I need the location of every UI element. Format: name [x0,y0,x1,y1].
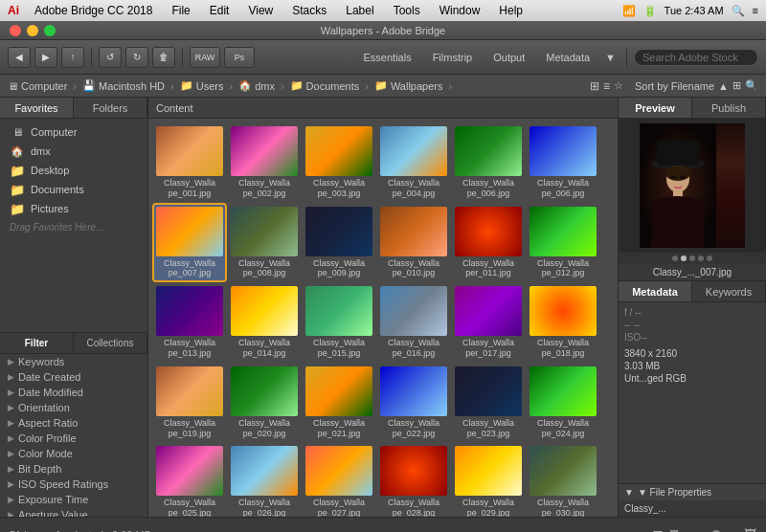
rotate-left-button[interactable]: ↺ [99,47,122,68]
control-center-icon[interactable]: ≡ [753,5,758,16]
back-button[interactable]: ◀ [8,47,31,68]
thumbnail-item[interactable]: Classy_Wallape_028.jpg [378,444,449,517]
thumbnail-item[interactable]: Classy_Wallape_006.jpg [453,124,524,201]
menu-window[interactable]: Window [436,4,484,17]
thumbnail-item[interactable]: Classy_Wallaper_017.jpg [453,284,524,361]
filter-aspect-ratio[interactable]: ▶ Aspect Ratio [0,415,147,431]
filter-keywords[interactable]: ▶ Keywords [0,354,147,369]
workspace-tab-filmstrip[interactable]: Filmstrip [423,49,483,66]
breadcrumb-item-computer[interactable]: 🖥 Computer [8,80,67,92]
breadcrumb-item-wallpapers[interactable]: 📁 Wallpapers [374,79,443,92]
up-button[interactable]: ↑ [61,47,84,68]
breadcrumb-item-hd[interactable]: 💾 Macintosh HD [82,79,165,92]
menu-tools[interactable]: Tools [390,4,424,17]
close-button[interactable] [10,25,21,36]
thumbnail-item[interactable]: Classy_Wallape_007.jpg [154,205,225,281]
filter-date-modified[interactable]: ▶ Date Modified [0,385,147,400]
tab-preview[interactable]: Preview [619,98,692,118]
thumbnail-item[interactable]: Classy_Wallape_015.jpg [304,284,374,361]
thumbnail-grid: Classy_Wallape_001.jpgClassy_Wallape_002… [148,119,618,517]
view-list-icon[interactable]: ≡ [603,79,610,93]
filter-date-created[interactable]: ▶ Date Created [0,369,147,385]
fav-item-pictures[interactable]: 📁 Pictures [0,199,147,218]
fav-item-dmx[interactable]: 🏠 dmx [0,142,147,161]
thumbnail-item[interactable]: Classy_Wallape_010.jpg [378,205,449,281]
thumbnail-item[interactable]: Classy_Wallape_008.jpg [229,205,300,281]
thumbnail-item[interactable]: Classy_Wallape_016.jpg [378,284,449,361]
filter-orientation[interactable]: ▶ Orientation [0,400,147,415]
workspace-tab-metadata[interactable]: Metadata [536,49,599,66]
thumbnail-item[interactable]: Classy_Wallape_023.jpg [453,365,524,441]
status-grid-icon[interactable]: ⊞ [652,527,664,533]
breadcrumb-item-users[interactable]: 📁 Users [180,79,224,92]
workspace-menu-icon[interactable]: ▼ [605,52,616,63]
tab-folders[interactable]: Folders [74,98,147,118]
thumbnail-item[interactable]: Classy_Wallape_019.jpg [154,365,225,441]
thumbnail-item[interactable]: Classy_Wallape_029.jpg [453,444,524,517]
workspace-tab-essentials[interactable]: Essentials [354,49,421,66]
filter-icon[interactable]: 🔍 [745,79,758,92]
thumbnail-item[interactable]: Classy_Wallape_006.jpg [528,124,598,201]
search-input[interactable] [634,49,758,66]
fav-item-documents[interactable]: 📁 Documents [0,180,147,199]
thumbnail-item[interactable]: Classy_Wallape_025.jpg [154,444,225,517]
thumbnail-item[interactable]: Classy_Wallape_004.jpg [378,124,449,201]
thumbnail-item[interactable]: Classy_Wallape_030.jpg [528,444,598,517]
thumbnail-item[interactable]: Classy_Wallape_021.jpg [304,365,374,441]
star-icon[interactable]: ☆ [614,79,623,92]
view-grid-icon[interactable]: ⊞ [590,79,599,93]
filter-exposure[interactable]: ▶ Exposure Time [0,492,147,507]
filter-aperture[interactable]: ▶ Aperture Value [0,507,147,517]
tab-favorites[interactable]: Favorites [0,98,74,118]
thumbnail-item[interactable]: Classy_Wallape_018.jpg [528,284,598,361]
status-bar: 51 items, 1 selected · 3.03 MB ⊞ 🖼 🖼 [0,517,766,532]
sort-menu-icon[interactable]: ⊞ [732,79,741,92]
minimize-button[interactable] [27,25,38,36]
thumbnail-item[interactable]: Classy_Wallape_012.jpg [528,205,598,281]
open-in-photoshop-button[interactable]: Ps [224,47,255,68]
search-menubar-icon[interactable]: 🔍 [732,5,745,17]
fav-item-desktop[interactable]: 📁 Desktop [0,161,147,180]
menu-help[interactable]: Help [495,4,527,17]
filter-bit-depth[interactable]: ▶ Bit Depth [0,461,147,477]
thumbnail-item[interactable]: Classy_Wallape_001.jpg [154,124,225,201]
tab-keywords[interactable]: Keywords [692,281,766,301]
open-in-camera-raw-button[interactable]: RAW [190,47,220,68]
menu-file[interactable]: File [168,4,193,17]
thumbnail-item[interactable]: Classy_Wallape_003.jpg [304,124,374,201]
menu-stacks[interactable]: Stacks [288,4,330,17]
forward-button[interactable]: ▶ [34,47,57,68]
thumbnail-item[interactable]: Classy_Wallape_022.jpg [378,365,449,441]
thumbnail-item[interactable]: Classy_Wallaper_011.jpg [453,205,524,281]
thumbnail-item[interactable]: Classy_Wallape_009.jpg [304,205,374,281]
menu-adobe-bridge[interactable]: Adobe Bridge CC 2018 [31,4,156,17]
rotate-right-button[interactable]: ↻ [125,47,148,68]
thumbnail-item[interactable]: Classy_Wallape_027.jpg [304,444,374,517]
breadcrumb-item-dmx[interactable]: 🏠 dmx [238,79,275,92]
workspace-tab-output[interactable]: Output [484,49,534,66]
thumbnail-item[interactable]: Classy_Wallape_014.jpg [229,284,300,361]
tab-filter[interactable]: Filter [0,333,74,353]
filter-color-profile[interactable]: ▶ Color Profile [0,431,147,446]
size-slider[interactable]: 🖼 🖼 [669,527,756,532]
menu-edit[interactable]: Edit [206,4,234,17]
fav-item-computer[interactable]: 🖥 Computer [0,122,147,142]
menu-label[interactable]: Label [342,4,377,17]
menu-view[interactable]: View [244,4,277,17]
file-props-header[interactable]: ▼ ▼ File Properties [619,483,766,500]
thumbnail-item[interactable]: Classy_Wallape_024.jpg [528,365,598,441]
filter-color-mode[interactable]: ▶ Color Mode [0,446,147,461]
thumbnail-item[interactable]: Classy_Wallape_020.jpg [229,365,300,441]
filter-iso[interactable]: ▶ ISO Speed Ratings [0,477,147,492]
thumbnail-item[interactable]: Classy_Wallape_026.jpg [229,444,300,517]
sort-direction-icon[interactable]: ▲ [718,80,729,92]
tab-publish[interactable]: Publish [692,98,766,118]
thumbnail-item[interactable]: Classy_Wallape_002.jpg [229,124,300,201]
users-folder-icon: 📁 [180,79,193,92]
delete-button[interactable]: 🗑 [152,47,175,68]
tab-collections[interactable]: Collections [74,333,147,353]
maximize-button[interactable] [44,25,56,36]
thumbnail-item[interactable]: Classy_Wallape_013.jpg [154,284,225,361]
breadcrumb-item-documents[interactable]: 📁 Documents [290,79,360,92]
tab-metadata[interactable]: Metadata [619,281,692,301]
